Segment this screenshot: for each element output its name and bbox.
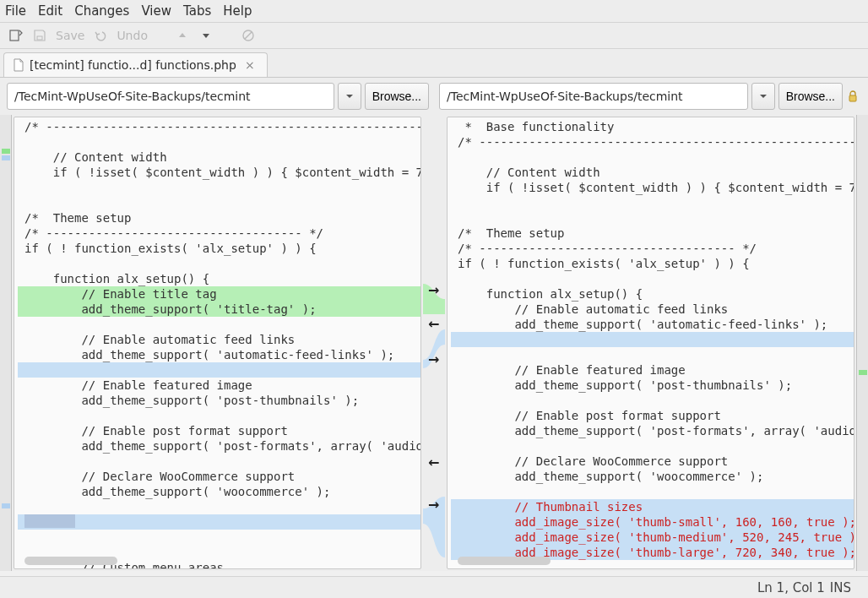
- code-line[interactable]: * Base functionality: [451, 119, 854, 134]
- code-line[interactable]: // Enable featured image: [18, 378, 420, 393]
- menu-help[interactable]: Help: [223, 3, 252, 19]
- prev-change-up-icon[interactable]: [175, 28, 190, 43]
- code-line[interactable]: [18, 256, 420, 271]
- code-line[interactable]: /* Theme setup: [18, 210, 420, 226]
- undo-label: Undo: [117, 29, 148, 42]
- tabbar: [tecmint] functio...d] functions.php ×: [0, 49, 868, 78]
- left-browse-button[interactable]: Browse...: [365, 83, 429, 110]
- code-line[interactable]: if ( !isset( $content_width ) ) { $conte…: [18, 165, 420, 180]
- menu-changes[interactable]: Changes: [74, 3, 129, 19]
- code-line[interactable]: // Declare WooCommerce support: [451, 454, 854, 469]
- push-right-arrow-icon-2[interactable]: →: [428, 351, 442, 365]
- code-line[interactable]: add_image_size( 'thumb-small', 160, 160,…: [451, 514, 854, 530]
- code-line[interactable]: if ( ! function_exists( 'alx_setup' ) ) …: [18, 241, 420, 256]
- code-line[interactable]: // Declare WooCommerce support: [18, 469, 420, 484]
- lock-icon[interactable]: [846, 89, 861, 104]
- code-line[interactable]: // Content width: [18, 150, 420, 165]
- pathbar-row: /TecMint-WpUseOf-Site-Backups/tecmint Br…: [0, 78, 868, 115]
- menu-file[interactable]: File: [5, 3, 26, 19]
- menu-tabs[interactable]: Tabs: [183, 3, 211, 19]
- code-line[interactable]: [18, 180, 420, 195]
- left-path-dropdown[interactable]: [338, 83, 361, 110]
- push-left-arrow-icon-2[interactable]: ←: [428, 454, 442, 468]
- push-right-arrow-icon[interactable]: →: [428, 282, 442, 296]
- code-line[interactable]: add_theme_support( 'title-tag' );: [18, 302, 420, 317]
- undo-icon[interactable]: [93, 28, 108, 43]
- code-line[interactable]: add_theme_support( 'automatic-feed-links…: [451, 317, 854, 332]
- code-line[interactable]: add_image_size( 'thumb-medium', 520, 245…: [451, 530, 854, 545]
- tab-close-icon[interactable]: ×: [241, 58, 258, 72]
- svg-rect-1: [37, 36, 42, 40]
- right-path-input[interactable]: /TecMint-WpUseOf-Site-Backups/tecmint: [439, 83, 748, 110]
- left-horizontal-scrollbar[interactable]: [24, 557, 117, 565]
- menu-view[interactable]: View: [141, 3, 171, 19]
- code-line[interactable]: [18, 195, 420, 210]
- svg-rect-0: [10, 30, 19, 41]
- code-line[interactable]: [18, 408, 420, 423]
- code-line[interactable]: // Enable post format support: [451, 408, 854, 423]
- code-line[interactable]: // Content width: [451, 165, 854, 180]
- right-path-dropdown[interactable]: [751, 83, 775, 110]
- tab-title: [tecmint] functio...d] functions.php: [30, 58, 236, 72]
- code-line[interactable]: add_theme_support( 'post-thumbnails' );: [451, 378, 854, 393]
- code-line[interactable]: [18, 454, 420, 469]
- code-line[interactable]: [18, 317, 420, 332]
- code-line[interactable]: [18, 514, 420, 530]
- code-line[interactable]: [451, 271, 854, 286]
- code-line[interactable]: // Enable title tag: [18, 286, 420, 302]
- tab-functions-php[interactable]: [tecmint] functio...d] functions.php ×: [3, 52, 268, 77]
- code-line[interactable]: add_theme_support( 'woocommerce' );: [18, 484, 420, 499]
- insert-mode: INS: [830, 580, 851, 595]
- code-line[interactable]: /* Theme setup: [451, 226, 854, 241]
- code-line[interactable]: [451, 484, 854, 499]
- code-line[interactable]: [18, 134, 420, 150]
- code-line[interactable]: [451, 393, 854, 408]
- code-line[interactable]: [451, 438, 854, 454]
- cursor-position: Ln 1, Col 1: [757, 580, 825, 595]
- document-icon: [13, 58, 24, 72]
- stop-icon[interactable]: [241, 28, 256, 43]
- next-change-down-icon[interactable]: [198, 28, 214, 43]
- svg-rect-4: [849, 95, 856, 101]
- push-right-arrow-icon-3[interactable]: →: [428, 497, 442, 510]
- code-line[interactable]: add_theme_support( 'post-thumbnails' );: [18, 393, 420, 408]
- right-horizontal-scrollbar[interactable]: [458, 557, 551, 565]
- code-line[interactable]: if ( ! function_exists( 'alx_setup' ) ) …: [451, 256, 854, 271]
- code-line[interactable]: /* ------------------------------------ …: [18, 226, 420, 241]
- code-line[interactable]: [451, 150, 854, 165]
- code-line[interactable]: add_theme_support( 'woocommerce' );: [451, 469, 854, 484]
- push-left-arrow-icon[interactable]: ←: [428, 316, 442, 329]
- diff-area: /* -------------------------------------…: [0, 115, 868, 571]
- code-line[interactable]: [18, 530, 420, 545]
- code-line[interactable]: [18, 499, 420, 514]
- code-line[interactable]: // Enable post format support: [18, 423, 420, 438]
- code-line[interactable]: /* -------------------------------------…: [18, 119, 420, 134]
- code-line[interactable]: function alx_setup() {: [18, 271, 420, 286]
- menu-edit[interactable]: Edit: [38, 3, 62, 19]
- code-line[interactable]: /* ------------------------------------ …: [451, 241, 854, 256]
- save-icon[interactable]: [32, 28, 47, 43]
- code-line[interactable]: add_theme_support( 'post-formats', array…: [18, 438, 420, 454]
- code-line[interactable]: // Enable featured image: [451, 362, 854, 378]
- left-overview-gutter[interactable]: [0, 115, 12, 571]
- code-line[interactable]: [18, 362, 420, 378]
- new-comparison-icon[interactable]: [8, 28, 24, 43]
- code-line[interactable]: add_theme_support( 'automatic-feed-links…: [18, 347, 420, 362]
- code-line[interactable]: /* -------------------------------------…: [451, 134, 854, 150]
- code-line[interactable]: [451, 195, 854, 210]
- code-line[interactable]: if ( !isset( $content_width ) ) { $conte…: [451, 180, 854, 195]
- left-path-input[interactable]: /TecMint-WpUseOf-Site-Backups/tecmint: [7, 83, 334, 110]
- code-line[interactable]: add_theme_support( 'post-formats', array…: [451, 423, 854, 438]
- left-pane[interactable]: /* -------------------------------------…: [14, 117, 421, 569]
- code-line[interactable]: // Enable automatic feed links: [451, 302, 854, 317]
- code-line[interactable]: // Enable automatic feed links: [18, 332, 420, 347]
- code-line[interactable]: [451, 347, 854, 362]
- code-line[interactable]: function alx_setup() {: [451, 286, 854, 302]
- code-line[interactable]: [451, 210, 854, 226]
- right-overview-gutter[interactable]: [856, 115, 868, 571]
- right-pane[interactable]: * Base functionality/* -----------------…: [447, 117, 854, 569]
- right-browse-button[interactable]: Browse...: [778, 83, 843, 110]
- code-line[interactable]: [451, 332, 854, 347]
- toolbar: Save Undo: [0, 23, 868, 49]
- code-line[interactable]: // Thumbnail sizes: [451, 499, 854, 514]
